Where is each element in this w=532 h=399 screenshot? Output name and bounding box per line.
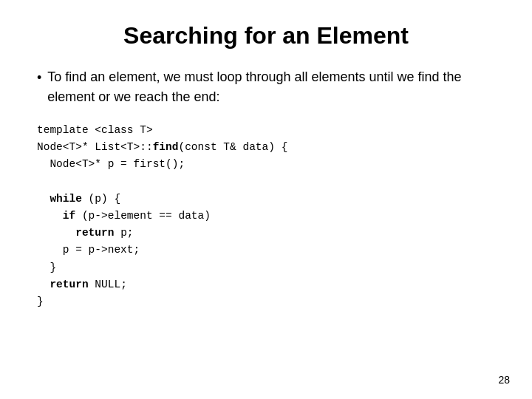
bullet-dot: • [37,68,41,88]
bullet-item: • To find an element, we must loop throu… [37,67,495,107]
code-keyword-return2: return [50,279,88,290]
bullet-text: To find an element, we must loop through… [47,67,495,107]
code-line-9: } [37,262,56,273]
code-keyword-while: while [50,193,82,205]
code-line-5: while (p) { [37,193,120,205]
code-line-8: p = p->next; [37,244,140,256]
page-number: 28 [498,374,510,386]
slide: Searching for an Element • To find an el… [0,0,532,399]
code-line-10: return NULL; [37,279,127,290]
code-keyword-return1: return [75,227,114,239]
code-line-7: return p; [37,227,134,239]
code-line-11: } [37,296,44,307]
slide-title: Searching for an Element [37,22,495,50]
code-line-2: Node<T>* List<T>::find(const T& data) { [37,141,287,153]
code-function-find: find [153,141,179,153]
code-line-3: Node<T>* p = first(); [37,158,185,170]
code-line-6: if (p->element == data) [37,210,211,222]
bullet-section: • To find an element, we must loop throu… [37,67,495,107]
code-line-1: template <class T> [37,124,153,136]
code-block: template <class T> Node<T>* List<T>::fin… [37,122,495,310]
code-keyword-if: if [63,210,75,222]
